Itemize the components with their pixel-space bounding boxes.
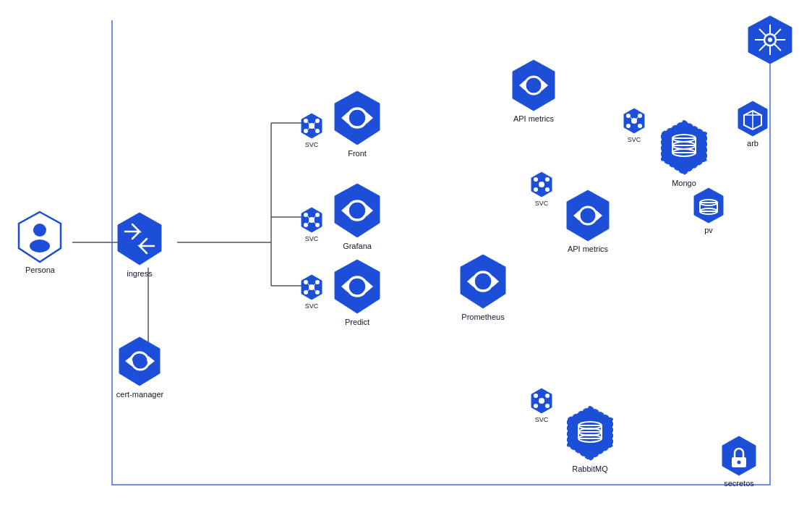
- predict-label: Predict: [345, 318, 369, 326]
- svg-point-116: [738, 461, 741, 464]
- arb-node[interactable]: arb: [734, 100, 772, 148]
- svg-marker-108: [568, 407, 612, 460]
- ingress-icon: [111, 210, 168, 268]
- svc-predict-label: SVC: [305, 302, 319, 310]
- svg-marker-19: [19, 212, 61, 262]
- prometheus-label: Prometheus: [461, 313, 504, 321]
- svc-api1-label: SVC: [628, 136, 641, 143]
- svg-point-42: [315, 213, 320, 217]
- predict-node[interactable]: Predict: [328, 257, 387, 326]
- mongo-icon: [654, 118, 714, 177]
- svg-point-41: [304, 213, 308, 217]
- svc-predict-icon: [298, 273, 325, 301]
- api-metrics-2-label: API metrics: [568, 245, 608, 253]
- api-metrics-1-label: API metrics: [513, 114, 554, 123]
- svc-grafana-icon: [298, 206, 325, 234]
- svg-point-53: [309, 284, 315, 290]
- grafana-node[interactable]: Grafana: [328, 181, 387, 250]
- svg-point-88: [534, 177, 538, 182]
- persona-label: Persona: [25, 266, 55, 274]
- cert-manager-node[interactable]: cert-manager: [113, 334, 167, 399]
- api-metrics-1-icon: [506, 58, 561, 113]
- cert-manager-icon: [113, 334, 167, 389]
- mongo-node[interactable]: Mongo: [654, 118, 714, 187]
- svc-front-label: SVC: [305, 141, 319, 148]
- svc-front-node[interactable]: SVC: [298, 112, 325, 148]
- svg-marker-76: [662, 121, 706, 174]
- svc-api1-icon: [620, 107, 648, 135]
- svg-point-90: [534, 187, 538, 192]
- svg-point-57: [315, 290, 320, 294]
- svc-front-icon: [298, 112, 325, 140]
- secretos-node[interactable]: secretos: [717, 434, 761, 488]
- svc-rabbit-node[interactable]: SVC: [528, 387, 555, 423]
- arb-icon: [734, 100, 772, 137]
- predict-icon: [328, 257, 387, 316]
- svg-point-27: [309, 123, 315, 129]
- secretos-label: secretos: [724, 479, 754, 488]
- grafana-icon: [328, 181, 387, 240]
- svg-point-91: [545, 187, 550, 192]
- api-metrics-1-node[interactable]: API metrics: [506, 58, 561, 123]
- svg-point-89: [545, 177, 550, 182]
- rabbitmq-label: RabbitMQ: [572, 464, 608, 473]
- k8s-icon: [745, 14, 795, 65]
- svg-point-31: [315, 129, 320, 133]
- cert-manager-label: cert-manager: [116, 390, 163, 399]
- svg-point-44: [315, 223, 320, 227]
- svg-marker-22: [118, 213, 161, 265]
- svc-rabbit-icon: [528, 387, 555, 415]
- persona-node[interactable]: Persona: [13, 210, 67, 274]
- svg-point-107: [545, 404, 550, 408]
- prometheus-icon: [453, 252, 513, 311]
- svc-grafana-node[interactable]: SVC: [298, 206, 325, 242]
- pv-icon: [690, 187, 727, 224]
- diagram-container: Persona ingress cert-manager: [0, 0, 812, 505]
- api-metrics-2-node[interactable]: API metrics: [560, 188, 615, 253]
- svg-point-71: [638, 114, 642, 118]
- svg-point-56: [304, 290, 308, 294]
- svc-rabbit-label: SVC: [535, 416, 549, 423]
- front-icon: [328, 88, 387, 148]
- svc-api1-node[interactable]: SVC: [620, 107, 648, 143]
- pv-node[interactable]: pv: [690, 187, 727, 234]
- svg-point-69: [631, 118, 637, 124]
- svc-predict-node[interactable]: SVC: [298, 273, 325, 310]
- svg-point-87: [539, 182, 544, 187]
- svg-marker-65: [513, 60, 555, 111]
- arb-label: arb: [747, 139, 758, 148]
- svg-point-55: [315, 280, 320, 284]
- svg-point-10: [768, 38, 772, 42]
- persona-icon: [13, 210, 67, 264]
- svg-point-28: [304, 119, 308, 123]
- grafana-label: Grafana: [343, 242, 372, 250]
- ingress-node[interactable]: ingress: [111, 210, 168, 278]
- rabbitmq-icon: [560, 404, 620, 463]
- kubernetes-node[interactable]: [745, 14, 795, 65]
- front-label: Front: [348, 149, 367, 158]
- svg-point-43: [304, 223, 308, 227]
- secretos-icon: [717, 434, 761, 478]
- svg-point-21: [30, 239, 50, 252]
- svg-point-54: [304, 280, 308, 284]
- pv-label: pv: [704, 226, 713, 234]
- svg-marker-92: [567, 190, 609, 241]
- api-metrics-2-icon: [560, 188, 615, 243]
- svg-point-105: [545, 394, 550, 398]
- svg-point-104: [534, 394, 538, 398]
- svg-point-72: [626, 124, 631, 128]
- svg-point-73: [638, 124, 642, 128]
- svg-point-30: [304, 129, 308, 133]
- rabbitmq-node[interactable]: RabbitMQ: [560, 404, 620, 473]
- svg-point-40: [309, 217, 315, 223]
- svg-point-29: [315, 119, 320, 123]
- ingress-label: ingress: [127, 269, 152, 278]
- prometheus-node[interactable]: Prometheus: [453, 252, 513, 321]
- svg-point-20: [33, 224, 46, 237]
- svc-api2-label: SVC: [535, 200, 549, 207]
- front-node[interactable]: Front: [328, 88, 387, 158]
- svc-api2-node[interactable]: SVC: [528, 171, 555, 207]
- svc-api2-icon: [528, 171, 555, 198]
- svg-point-103: [539, 398, 544, 404]
- svg-point-70: [626, 114, 631, 118]
